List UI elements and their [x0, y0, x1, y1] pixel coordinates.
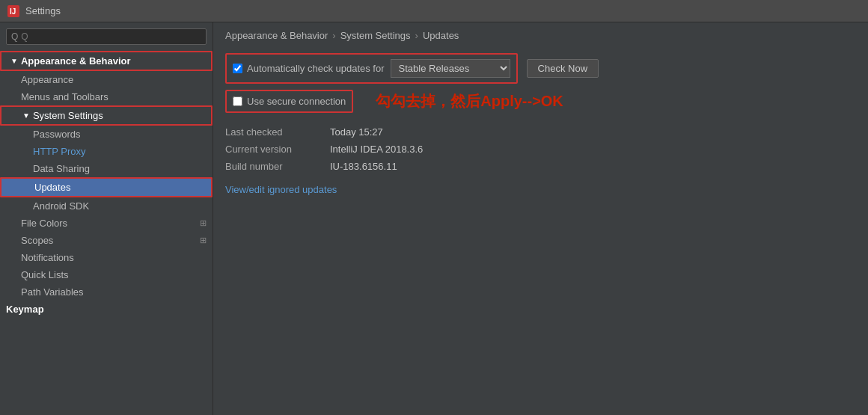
- secure-connection-text: Use secure connection: [247, 96, 346, 107]
- sidebar-label: Scopes: [21, 235, 53, 246]
- sidebar: Q ▼ Appearance & Behavior Appearance Men…: [0, 22, 213, 415]
- auto-check-outlined: Automatically check updates for Stable R…: [225, 53, 518, 84]
- sidebar-label: Android SDK: [33, 200, 89, 212]
- breadcrumb: Appearance & Behavior › System Settings …: [213, 22, 868, 47]
- current-version-value: IntelliJ IDEA 2018.3.6: [330, 142, 856, 156]
- expand-arrow: ▼: [10, 57, 18, 65]
- secure-connection-label[interactable]: Use secure connection: [233, 96, 346, 107]
- sidebar-item-file-colors[interactable]: File Colors ⊞: [0, 215, 213, 232]
- search-box[interactable]: Q: [6, 28, 207, 45]
- build-number-label: Build number: [225, 159, 330, 173]
- sidebar-item-scopes[interactable]: Scopes ⊞: [0, 232, 213, 249]
- sidebar-label: Data Sharing: [33, 163, 90, 174]
- sidebar-item-updates[interactable]: Updates: [0, 177, 213, 197]
- breadcrumb-sep-0: ›: [332, 30, 335, 41]
- current-version-label: Current version: [225, 142, 330, 156]
- sidebar-label: Updates: [34, 182, 70, 193]
- sidebar-item-keymap[interactable]: Keymap: [0, 301, 213, 318]
- sidebar-label: Menus and Toolbars: [21, 91, 109, 102]
- info-grid: Last checked Today 15:27 Current version…: [225, 125, 856, 173]
- auto-check-checkbox[interactable]: [233, 64, 242, 73]
- sidebar-label: Appearance: [21, 74, 73, 85]
- scopes-icon: ⊞: [200, 236, 207, 245]
- title-bar: IJ Settings: [0, 0, 868, 22]
- sidebar-label: Quick Lists: [21, 269, 69, 280]
- sidebar-label: HTTP Proxy: [33, 146, 86, 157]
- release-dropdown[interactable]: Stable ReleasesEAP ReleasesBeta Releases: [391, 59, 510, 78]
- view-edit-link[interactable]: View/edit ignored updates: [225, 184, 337, 195]
- sidebar-label: Notifications: [21, 252, 74, 263]
- secure-row: Use secure connection 勾勾去掉，然后Apply-->OK: [225, 90, 856, 113]
- sidebar-item-system-settings[interactable]: ▼ System Settings: [0, 105, 213, 126]
- sidebar-label: Keymap: [6, 304, 44, 315]
- window-title: Settings: [25, 5, 61, 16]
- sidebar-item-appearance-behavior[interactable]: ▼ Appearance & Behavior: [0, 51, 213, 71]
- sidebar-item-passwords[interactable]: Passwords: [0, 126, 213, 143]
- expand-arrow: ▼: [22, 111, 30, 120]
- auto-check-label[interactable]: Automatically check updates for: [233, 63, 385, 74]
- check-now-button[interactable]: Check Now: [527, 59, 599, 78]
- app-icon: IJ: [7, 5, 19, 17]
- sidebar-item-android-sdk[interactable]: Android SDK: [0, 197, 213, 215]
- search-input[interactable]: [21, 31, 201, 42]
- last-checked-label: Last checked: [225, 125, 330, 139]
- sidebar-label: Passwords: [33, 129, 81, 140]
- breadcrumb-sep-1: ›: [415, 30, 418, 41]
- build-number-value: IU-183.6156.11: [330, 159, 856, 173]
- sidebar-item-notifications[interactable]: Notifications: [0, 249, 213, 266]
- file-colors-icon: ⊞: [200, 218, 207, 228]
- sidebar-label: System Settings: [33, 110, 103, 121]
- sidebar-item-quick-lists[interactable]: Quick Lists: [0, 266, 213, 283]
- breadcrumb-part-2: Updates: [423, 30, 459, 41]
- sidebar-label: File Colors: [21, 218, 67, 229]
- annotation-text: 勾勾去掉，然后Apply-->OK: [376, 91, 563, 111]
- sidebar-sub-appearance-behavior: Appearance Menus and Toolbars ▼ System S…: [0, 71, 213, 301]
- main-container: Q ▼ Appearance & Behavior Appearance Men…: [0, 22, 868, 415]
- auto-check-row: Automatically check updates for Stable R…: [225, 53, 856, 84]
- sidebar-sub-system-settings: Passwords HTTP Proxy Data Sharing Update…: [0, 126, 213, 215]
- auto-check-text: Automatically check updates for: [247, 63, 385, 74]
- sidebar-item-menus-toolbars[interactable]: Menus and Toolbars: [0, 88, 213, 105]
- secure-outlined: Use secure connection: [225, 90, 353, 113]
- svg-text:IJ: IJ: [10, 7, 16, 16]
- search-icon: Q: [11, 31, 18, 42]
- sidebar-label: Path Variables: [21, 286, 84, 298]
- sidebar-item-path-variables[interactable]: Path Variables: [0, 283, 213, 301]
- secure-connection-checkbox[interactable]: [233, 96, 242, 106]
- sidebar-item-appearance[interactable]: Appearance: [0, 71, 213, 88]
- content-area: Automatically check updates for Stable R…: [213, 47, 868, 415]
- right-panel: Appearance & Behavior › System Settings …: [213, 22, 868, 415]
- sidebar-label: Appearance & Behavior: [21, 55, 131, 67]
- breadcrumb-part-0: Appearance & Behavior: [225, 30, 328, 41]
- sidebar-item-data-sharing[interactable]: Data Sharing: [0, 160, 213, 177]
- breadcrumb-part-1: System Settings: [340, 30, 411, 41]
- sidebar-item-http-proxy[interactable]: HTTP Proxy: [0, 143, 213, 160]
- last-checked-value: Today 15:27: [330, 125, 856, 139]
